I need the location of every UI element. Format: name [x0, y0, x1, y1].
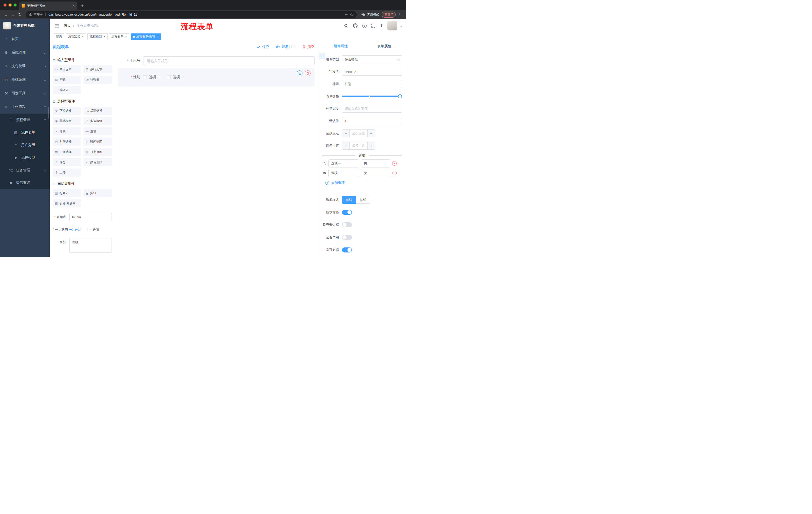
component-type-select[interactable]: 多选框组: [342, 55, 402, 63]
view-json-button[interactable]: 查看json: [276, 45, 295, 49]
chip-single-line-text[interactable]: ▭单行文本: [53, 65, 81, 74]
stepper-plus-button[interactable]: +: [367, 130, 375, 137]
canvas-phone-field[interactable]: 手机号: [118, 56, 315, 65]
sidebar-item-payment-mgmt[interactable]: ¥ 支付管理: [0, 59, 50, 73]
chip-table-wip[interactable]: ▩表格[开发中]: [53, 199, 81, 208]
sidebar-item-task-mgmt[interactable]: ⌥ 任务管理: [0, 164, 50, 177]
title-input[interactable]: [342, 80, 402, 88]
option-2-label-input[interactable]: [328, 169, 359, 177]
new-tab-button[interactable]: +: [79, 2, 86, 9]
forward-button[interactable]: →: [9, 11, 16, 18]
chip-button[interactable]: ▣按钮: [83, 189, 112, 197]
slider-handle[interactable]: [398, 94, 402, 98]
radio-status-on[interactable]: 开启: [69, 227, 81, 232]
sidebar-item-process-form[interactable]: ▤ 流程表单: [0, 126, 50, 139]
security-label[interactable]: 不安全: [34, 12, 43, 17]
chip-radio-group[interactable]: ◉单选框组: [53, 117, 81, 125]
address-bar[interactable]: 不安全 dashboard.yudao.iocoder.cn/bpm/manag…: [26, 11, 357, 18]
link-icon[interactable]: [319, 53, 325, 59]
tag-close-icon[interactable]: ×: [104, 35, 105, 38]
remove-option-button[interactable]: −: [392, 161, 397, 166]
hamburger-icon[interactable]: [54, 24, 60, 28]
clear-button[interactable]: 清空: [302, 45, 315, 49]
chip-time-range[interactable]: ◴时间范围: [83, 138, 112, 145]
chip-multi-line-text[interactable]: ▤多行文本: [83, 65, 112, 74]
stepper-minus-button[interactable]: −: [342, 142, 350, 150]
tag-process-model[interactable]: 流程模型 ×: [87, 33, 108, 40]
window-close-button[interactable]: [3, 3, 6, 6]
tag-process-form[interactable]: 流程表单 ×: [109, 33, 129, 40]
chip-date-range[interactable]: ▥日期范围: [83, 148, 112, 156]
chip-cascader[interactable]: ⌥级联选择: [83, 107, 112, 115]
tab-form-props[interactable]: 表单属性: [362, 41, 406, 51]
checkbox-option-1[interactable]: 选项一: [143, 75, 160, 79]
sidebar-scrollbar[interactable]: [48, 107, 49, 119]
tab-component-props[interactable]: 组件属性: [319, 41, 362, 51]
reload-button[interactable]: ↻: [17, 11, 23, 18]
chip-slider[interactable]: ▬滑块: [83, 127, 112, 135]
stepper-minus-button[interactable]: −: [342, 130, 350, 137]
form-name-input[interactable]: [69, 213, 112, 221]
chip-rate[interactable]: ☆评分: [53, 158, 81, 166]
fullscreen-icon[interactable]: [371, 24, 375, 28]
chip-switch[interactable]: ◑开关: [53, 127, 81, 135]
delete-item-button[interactable]: [305, 71, 311, 76]
url-text[interactable]: dashboard.yudao.iocoder.cn/bpm/manager/f…: [49, 13, 137, 16]
canvas-gender-field-selected[interactable]: 性别 选项一 选项二: [118, 69, 315, 86]
chip-counter[interactable]: 123计数器: [83, 76, 112, 84]
github-icon[interactable]: [353, 23, 357, 28]
style-default-button[interactable]: 默认: [342, 196, 356, 204]
chip-checkbox-group[interactable]: ☑多选框组: [83, 117, 112, 125]
sidebar-item-user-group[interactable]: ☺ 用户分组: [0, 139, 50, 152]
style-button-button[interactable]: 按钮: [356, 196, 370, 204]
remove-option-button[interactable]: −: [392, 171, 397, 175]
sidebar-item-home[interactable]: ◔ 首页: [0, 32, 50, 46]
grid-slider[interactable]: [342, 92, 402, 100]
phone-input[interactable]: [143, 56, 315, 65]
help-icon[interactable]: ?: [362, 24, 367, 28]
checkbox-option-2[interactable]: 选项二: [167, 75, 183, 79]
chip-editor[interactable]: 编辑器: [53, 86, 81, 94]
save-button[interactable]: 保存: [257, 45, 269, 49]
window-zoom-button[interactable]: [13, 3, 17, 6]
chip-dropdown-select[interactable]: ⊙下拉选择: [53, 107, 81, 115]
sidebar-item-system-mgmt[interactable]: ⚙ 系统管理: [0, 46, 50, 59]
chip-time-picker[interactable]: ◷时间选择: [53, 138, 81, 145]
option-1-value-input[interactable]: [361, 159, 390, 167]
window-minimize-button[interactable]: [8, 3, 11, 6]
default-value-input[interactable]: [342, 117, 402, 125]
show-label-toggle[interactable]: [342, 210, 352, 215]
sidebar-item-infrastructure[interactable]: ⊡ 基础设施: [0, 73, 50, 86]
browser-menu-button[interactable]: ⋮: [396, 12, 404, 17]
chip-password[interactable]: ⊡密码: [53, 76, 81, 84]
stepper-plus-button[interactable]: +: [367, 142, 375, 150]
breadcrumb-home[interactable]: 首页: [64, 23, 71, 28]
sidebar-item-dev-tools[interactable]: ⚒ 研发工具: [0, 86, 50, 100]
copy-item-button[interactable]: [297, 71, 302, 76]
chip-row-container[interactable]: ◫行容器: [53, 189, 81, 197]
tag-home[interactable]: 首页: [54, 33, 64, 40]
disabled-toggle[interactable]: [342, 235, 352, 240]
chip-date-picker[interactable]: ▦日期选择: [53, 148, 81, 156]
tag-close-icon[interactable]: ×: [157, 35, 159, 38]
field-name-input[interactable]: [342, 67, 402, 76]
tab-close-icon[interactable]: ✕: [72, 4, 75, 7]
max-select-placeholder[interactable]: 最多可选: [350, 142, 367, 150]
min-select-placeholder[interactable]: 至少应选: [350, 130, 367, 137]
sidebar-item-leave-query[interactable]: ☻ 请假查询: [0, 177, 50, 189]
browser-tab[interactable]: 芋道管理系统 ✕: [19, 1, 77, 10]
tag-process-definition[interactable]: 流程定义 ×: [66, 33, 86, 40]
drag-handle-icon[interactable]: [323, 171, 326, 175]
font-size-icon[interactable]: T: [380, 23, 383, 28]
border-toggle[interactable]: [342, 222, 352, 227]
radio-status-off[interactable]: 关闭: [87, 227, 99, 232]
bookmark-star-icon[interactable]: [350, 13, 354, 17]
tag-process-form-edit-active[interactable]: 流程表单-编辑 ×: [130, 33, 161, 40]
update-button[interactable]: 更新: [382, 11, 396, 18]
option-1-label-input[interactable]: [328, 159, 359, 167]
avatar[interactable]: [387, 21, 397, 30]
chip-color-picker[interactable]: ◐颜色选择: [83, 158, 112, 166]
sidebar-item-process-model[interactable]: ➤ 流程模型: [0, 152, 50, 164]
sidebar-item-process-mgmt[interactable]: ☰ 流程管理: [0, 114, 50, 126]
password-key-icon[interactable]: [345, 13, 348, 17]
